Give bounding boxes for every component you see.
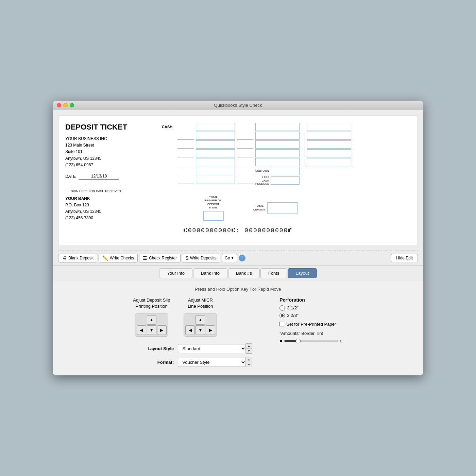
layout-style-select-wrapper: Standard Classic Modern ▲ ▼ xyxy=(178,343,252,354)
bank-info: YOUR BANK P.O. Box 123 Anytown, US 12345… xyxy=(65,196,154,222)
narrow-cell xyxy=(237,132,253,140)
perf-radio-2[interactable] xyxy=(279,313,285,318)
printer-icon: 🖨 xyxy=(62,255,67,261)
tab-bank-info[interactable]: Bank Info xyxy=(193,268,227,278)
col-narrow-2 xyxy=(237,123,253,184)
format-up-button[interactable]: ▲ xyxy=(246,357,252,362)
blank-deposit-label: Blank Deposit xyxy=(68,256,94,260)
go-label: Go xyxy=(225,256,230,260)
deposit-left-button[interactable]: ◀ xyxy=(137,325,146,335)
deposit-cell xyxy=(196,140,235,149)
narrow-cell xyxy=(237,176,253,184)
format-select[interactable]: Voucher Style Standard Style Wallet Styl… xyxy=(178,358,246,367)
narrow-cell xyxy=(237,149,253,157)
bank-address2: Anytown, US 12345 xyxy=(65,208,154,215)
total-deposit-label: TOTALDEPOSIT xyxy=(253,204,265,211)
tab-bank-numbers[interactable]: Bank #s xyxy=(228,268,260,278)
format-down-button[interactable]: ▼ xyxy=(246,362,252,367)
narrow-cell xyxy=(177,176,194,184)
bank-phone: (123) 456-7890 xyxy=(65,215,154,221)
info-button[interactable]: i xyxy=(239,255,245,261)
micr-right-button[interactable]: ▶ xyxy=(206,325,215,335)
tab-your-info[interactable]: Your Info xyxy=(159,268,192,278)
phone: (123) 654-0987 xyxy=(65,162,154,168)
deposit-cell xyxy=(255,132,300,140)
micr-down-button[interactable]: ▼ xyxy=(196,325,205,335)
narrow-cell xyxy=(177,132,194,140)
deposit-title: DEPOSIT TICKET xyxy=(65,123,154,132)
adjust-deposit-group: Adjust Deposit Slip Printing Position ▲ … xyxy=(133,297,170,337)
tab-your-info-label: Your Info xyxy=(167,271,185,276)
minimize-button[interactable] xyxy=(63,103,68,107)
maximize-button[interactable] xyxy=(70,103,74,107)
deposit-cell xyxy=(196,149,235,157)
layout-style-up-button[interactable]: ▲ xyxy=(246,344,252,348)
narrow-cell xyxy=(177,167,194,175)
perf-option2-label: 3 2/3" xyxy=(287,313,299,318)
sign-label: SIGN HERE FOR CASH RECEIVED xyxy=(65,189,126,193)
tab-bank-numbers-label: Bank #s xyxy=(236,271,252,276)
hide-edit-label: Hide Edit xyxy=(396,256,413,260)
adjust-micr-group: Adjust MICR Line Position ▲ ◀ ▼ ▶ xyxy=(184,297,217,337)
pre-printed-checkbox[interactable] xyxy=(279,322,284,326)
perf-radio-1[interactable] xyxy=(279,305,285,311)
write-deposits-label: Write Deposits xyxy=(190,256,217,260)
amounts-border-label: "Amounts" Border Tint xyxy=(279,331,343,336)
format-stepper: ▲ ▼ xyxy=(245,357,252,367)
tab-layout[interactable]: Layout xyxy=(288,268,317,278)
deposit-cell xyxy=(196,158,235,166)
perf-option2-row: 3 2/3" xyxy=(279,313,343,318)
deposit-cell xyxy=(307,123,351,131)
layout-style-down-button[interactable]: ▼ xyxy=(246,348,252,353)
check-register-label: Check Register xyxy=(149,256,177,260)
deposit-cell xyxy=(255,123,300,131)
col-blue-1 xyxy=(196,123,235,184)
deposit-up-button[interactable]: ▲ xyxy=(147,315,156,325)
chevron-down-icon: ▼ xyxy=(231,256,234,260)
pre-printed-label: Set for Pre-Printed Paper xyxy=(286,322,336,327)
deposit-right-button[interactable]: ▶ xyxy=(157,325,167,335)
layout-style-label: Layout Style xyxy=(133,346,174,351)
deposit-down-button[interactable]: ▼ xyxy=(147,325,156,335)
close-button[interactable] xyxy=(57,103,61,107)
narrow-cell xyxy=(237,140,253,149)
blank-deposit-button[interactable]: 🖨 Blank Deposit xyxy=(58,254,97,262)
tab-fonts[interactable]: Fonts xyxy=(260,268,287,278)
write-checks-label: Write Checks xyxy=(110,256,134,260)
deposit-cell xyxy=(307,140,351,149)
right-settings: Perforation 3 1/2" 3 2/3" Set for Pre-Pr… xyxy=(279,297,343,343)
write-deposits-button[interactable]: $ Write Deposits xyxy=(182,254,220,262)
deposit-cell xyxy=(255,158,300,166)
bank-name: YOUR BANK xyxy=(65,196,154,202)
traffic-lights xyxy=(57,103,74,107)
deposit-cell xyxy=(255,149,300,157)
perf-option1-row: 3 1/2" xyxy=(279,305,343,311)
format-label: Format: xyxy=(133,360,174,365)
less-cash-label: LESSCASHRECEIVED xyxy=(255,176,269,186)
micr-up-button[interactable]: ▲ xyxy=(196,315,205,325)
deposit-layout: DEPOSIT TICKET YOUR BUSINESS INC 123 Mai… xyxy=(65,123,411,222)
date-row: DATE 12/13/18 xyxy=(65,174,154,180)
narrow-cell xyxy=(237,158,253,166)
layout-edit-panel: Press and Hold Option Key For Rapid Move… xyxy=(53,281,423,375)
tab-bank-info-label: Bank Info xyxy=(201,271,220,276)
go-button[interactable]: Go ▼ xyxy=(222,254,237,262)
narrow-cell xyxy=(177,158,194,166)
business-name: YOUR BUSINESS INC xyxy=(65,136,154,142)
narrow-cell xyxy=(237,167,253,175)
perforation-title: Perforation xyxy=(279,297,343,303)
subtotal-cell xyxy=(271,167,300,175)
subtotal-label: SUBTOTAL xyxy=(255,169,270,172)
layout-style-select[interactable]: Standard Classic Modern xyxy=(178,344,246,353)
check-register-button[interactable]: ☰ Check Register xyxy=(139,254,181,262)
deposit-cell xyxy=(307,149,351,157)
less-cash-cell xyxy=(271,176,300,185)
bank-address1: P.O. Box 123 xyxy=(65,202,154,208)
tab-fonts-label: Fonts xyxy=(268,271,279,276)
micr-left-button[interactable]: ◀ xyxy=(185,325,195,335)
write-checks-button[interactable]: ✏️ Write Checks xyxy=(99,254,138,262)
address2: Suite 101 xyxy=(65,149,154,155)
deposit-preview-area: DEPOSIT TICKET YOUR BUSINESS INC 123 Mai… xyxy=(58,116,418,245)
deposit-cell xyxy=(307,158,351,166)
hide-edit-button[interactable]: Hide Edit xyxy=(391,254,418,262)
